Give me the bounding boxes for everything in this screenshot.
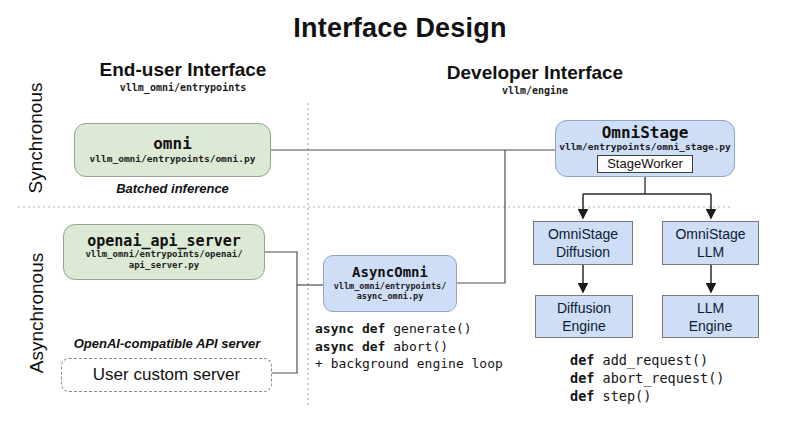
column-header-end-user: End-user Interface vllm_omni/entrypoints: [73, 59, 293, 93]
code-line: def abort_request(): [570, 369, 724, 387]
developer-interface-path: vllm/engine: [425, 85, 645, 96]
connector-branch-asyncomni: [457, 150, 505, 283]
omnistage-llm-line2: LLM: [697, 243, 724, 261]
omni-title: omni: [153, 135, 192, 153]
omnistage-llm-line1: OmniStage: [675, 225, 745, 243]
user-custom-server-caption: OpenAI-compatible API server: [58, 336, 276, 351]
llm-engine-line1: LLM: [697, 299, 724, 317]
openai-api-server-path-line1: vllm_omni/entrypoints/openai/: [85, 249, 242, 260]
code-line: def add_request(): [570, 351, 724, 369]
code-line: def step(): [570, 387, 724, 405]
node-diffusion-engine: Diffusion Engine: [535, 295, 633, 338]
omnistage-path: vllm/entrypoints/omni_stage.py: [559, 141, 731, 153]
column-header-developer: Developer Interface vllm/engine: [425, 62, 645, 96]
lane-label-asynchronous: Asynchronous: [26, 233, 48, 393]
asyncomni-path-line2: async_omni.py: [357, 291, 424, 302]
diffusion-engine-line1: Diffusion: [557, 299, 611, 317]
interface-design-diagram: Interface Design End-user Interface vllm…: [0, 0, 800, 422]
openai-api-server-path-line2: api_server.py: [129, 260, 199, 271]
node-stageworker: StageWorker: [597, 155, 693, 173]
code-line: + background engine loop: [315, 355, 503, 373]
node-omnistage-llm: OmniStage LLM: [662, 221, 759, 265]
connector-omnistage-bracket: [583, 177, 711, 194]
llm-engine-line2: Engine: [689, 317, 733, 335]
engine-methods-code: def add_request() def abort_request() de…: [570, 351, 724, 405]
end-user-interface-title: End-user Interface: [73, 59, 293, 81]
node-openai-api-server: openai_api_server vllm_omni/entrypoints/…: [63, 224, 265, 280]
asyncomni-path-line1: vllm_omni/entrypoints/: [334, 281, 447, 292]
omnistage-title: OmniStage: [602, 124, 689, 142]
node-llm-engine: LLM Engine: [662, 295, 759, 338]
end-user-interface-path: vllm_omni/entrypoints: [73, 82, 293, 93]
node-omnistage: OmniStage vllm/entrypoints/omni_stage.py…: [555, 120, 735, 177]
developer-interface-title: Developer Interface: [425, 62, 645, 84]
code-line: async def generate(): [315, 320, 503, 338]
connector-openai-usercustom: [265, 252, 297, 373]
diffusion-engine-line2: Engine: [562, 317, 606, 335]
asyncomni-title: AsyncOmni: [352, 265, 428, 280]
node-asyncomni: AsyncOmni vllm_omni/entrypoints/ async_o…: [323, 255, 457, 312]
omni-path: vllm_omni/entrypoints/omni.py: [90, 153, 256, 165]
node-omnistage-diffusion: OmniStage Diffusion: [533, 221, 633, 265]
lane-label-synchronous: Synchronous: [25, 68, 47, 208]
omnistage-diffusion-line2: Diffusion: [556, 243, 610, 261]
node-user-custom-server: User custom server: [61, 358, 272, 392]
node-omni: omni vllm_omni/entrypoints/omni.py: [74, 123, 271, 177]
page-title: Interface Design: [0, 13, 800, 44]
openai-api-server-title: openai_api_server: [87, 233, 241, 250]
omnistage-diffusion-line1: OmniStage: [548, 225, 618, 243]
asyncomni-methods-code: async def generate() async def abort() +…: [315, 320, 503, 373]
omni-caption: Batched inference: [74, 181, 271, 196]
code-line: async def abort(): [315, 338, 503, 356]
